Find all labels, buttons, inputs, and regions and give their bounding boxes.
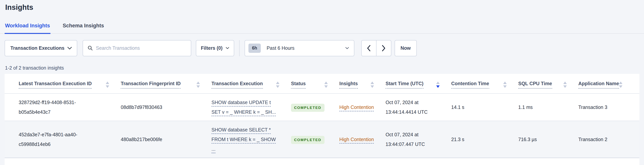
toolbar: Transaction Executions Filters (0) 6h Pa…: [4, 40, 640, 56]
column-header-sql-cpu-time[interactable]: SQL CPU Time: [518, 81, 578, 89]
cell-status: COMPLETED: [291, 102, 339, 112]
cell-contention-time: 21.3 s: [451, 134, 518, 144]
cell-contention-time: 14.1 s: [451, 102, 518, 112]
chevron-down-icon: [226, 47, 229, 49]
sort-arrows-icon[interactable]: [370, 82, 374, 88]
page-title: Insights: [5, 3, 644, 12]
cell-application-name: Transaction 2: [578, 134, 634, 144]
filters-label: Filters (0): [201, 45, 223, 51]
table-header-row: Latest Transaction Execution ID Transact…: [4, 74, 640, 94]
now-button[interactable]: Now: [394, 40, 417, 56]
sort-arrows-icon-active-desc[interactable]: [436, 82, 440, 88]
cell-latest-transaction-execution-id: 328729d2-ff19-4408-8531-b05a5b4e43c7: [19, 98, 121, 117]
tab-workload-insights[interactable]: Workload Insights: [4, 23, 50, 34]
column-header-transaction-execution[interactable]: Transaction Execution: [212, 81, 291, 89]
cell-latest-transaction-execution-id: 452da3e7-e7fa-4801-aa40-c59988d14eb6: [19, 130, 121, 149]
sort-arrows-icon[interactable]: [324, 82, 328, 88]
execution-type-select[interactable]: Transaction Executions: [4, 40, 77, 56]
sort-arrows-icon[interactable]: [563, 82, 567, 88]
cell-transaction-fingerprint-id: 480a8b217be006fe: [121, 134, 212, 144]
time-range-label: Past 6 Hours: [266, 45, 294, 51]
filters-button[interactable]: Filters (0): [196, 40, 234, 56]
execution-type-label: Transaction Executions: [10, 45, 64, 51]
insights-table-panel: Latest Transaction Execution ID Transact…: [4, 74, 640, 165]
time-step-buttons: [361, 40, 391, 56]
cell-sql-cpu-time: 1.1 ms: [518, 102, 578, 112]
next-range-button[interactable]: [376, 40, 391, 56]
sort-arrows-icon[interactable]: [619, 82, 622, 88]
cell-start-time: Oct 07, 2024 at 13:44:14.4414 UTC: [386, 98, 451, 117]
column-header-transaction-fingerprint-id[interactable]: Transaction Fingerprint ID: [121, 81, 212, 89]
sort-arrows-icon[interactable]: [276, 82, 280, 88]
chevron-down-icon: [68, 47, 72, 50]
search-input[interactable]: [96, 45, 187, 51]
tab-schema-insights[interactable]: Schema Insights: [62, 23, 104, 34]
cell-transaction-fingerprint-id: 08d8b7d97f830463: [121, 102, 212, 112]
search-box[interactable]: [82, 40, 191, 56]
insights-page: Insights Workload Insights Schema Insigh…: [0, 0, 644, 165]
column-header-start-time[interactable]: Start Time (UTC): [386, 81, 451, 89]
cell-transaction-execution-link[interactable]: SHOW database SELECT * FROM t WHERE k = …: [212, 125, 291, 154]
column-header-application-name[interactable]: Application Name: [578, 81, 634, 89]
column-header-status[interactable]: Status: [291, 81, 339, 89]
search-icon: [88, 46, 93, 51]
cell-insights-link[interactable]: High Contention: [339, 102, 386, 112]
sort-arrows-icon[interactable]: [503, 82, 507, 88]
cell-sql-cpu-time: 716.3 µs: [518, 134, 578, 144]
status-badge: COMPLETED: [291, 104, 324, 112]
toolbar-divider: [239, 40, 240, 56]
cell-application-name: Transaction 3: [578, 102, 634, 112]
chevron-left-icon: [367, 45, 371, 52]
status-badge: COMPLETED: [291, 136, 324, 144]
time-range-badge: 6h: [248, 44, 261, 53]
cell-status: COMPLETED: [291, 134, 339, 144]
cell-start-time: Oct 07, 2024 at 13:44:07.447 UTC: [386, 130, 451, 149]
tab-bar: Workload Insights Schema Insights: [0, 23, 644, 34]
column-header-latest-transaction-execution-id[interactable]: Latest Transaction Execution ID: [19, 81, 121, 89]
column-header-contention-time[interactable]: Contention Time: [451, 81, 518, 89]
results-summary: 1-2 of 2 transaction insights: [5, 65, 640, 71]
sort-arrows-icon[interactable]: [106, 82, 109, 88]
chevron-down-icon: [345, 47, 349, 49]
cell-transaction-execution-link[interactable]: SHOW database UPDATE t SET v = _ WHERE k…: [212, 98, 291, 117]
previous-range-button[interactable]: [361, 40, 376, 56]
table-row[interactable]: 452da3e7-e7fa-4801-aa40-c59988d14eb6 480…: [4, 121, 640, 158]
column-header-insights[interactable]: Insights: [339, 81, 386, 89]
cell-insights-link[interactable]: High Contention: [339, 134, 386, 144]
chevron-right-icon: [382, 45, 386, 52]
time-range-picker[interactable]: 6h Past 6 Hours: [244, 40, 354, 56]
table-row[interactable]: 328729d2-ff19-4408-8531-b05a5b4e43c7 08d…: [4, 94, 640, 121]
sort-arrows-icon[interactable]: [196, 82, 200, 88]
